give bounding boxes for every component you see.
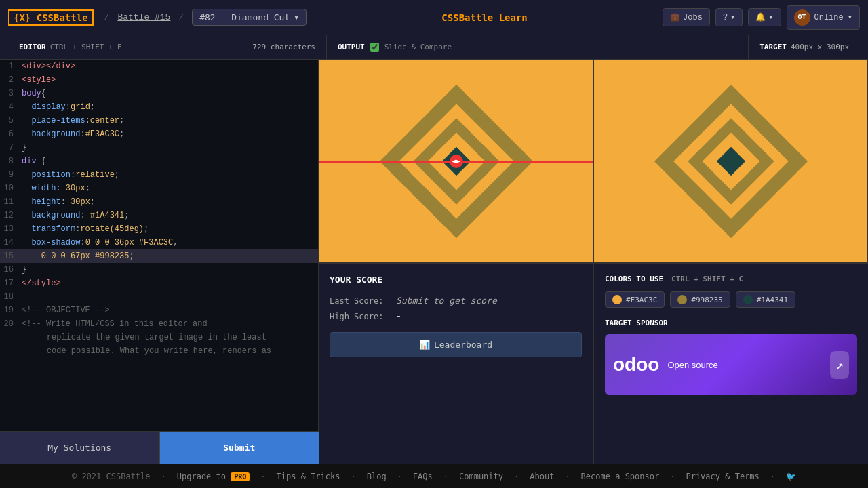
high-score-label: High Score: (330, 312, 391, 321)
leaderboard-button[interactable]: 📊 Leaderboard (330, 332, 582, 357)
footer: © 2021 CSSBattle · Upgrade to PRO · Tips… (0, 464, 868, 488)
bell-icon: 🔔 (755, 12, 766, 22)
briefcase-icon: 💼 (670, 12, 680, 22)
jobs-button[interactable]: 💼 Jobs (663, 8, 710, 26)
community-link[interactable]: Community (459, 472, 503, 481)
tips-link[interactable]: Tips & Tricks (277, 472, 340, 481)
logo[interactable]: {X} CSSBattle (8, 9, 94, 26)
code-line-2: 2 <style> (0, 73, 318, 87)
sponsor-arrow-icon: ↗ (830, 351, 849, 379)
submit-button[interactable]: Submit (160, 432, 319, 464)
pro-badge: PRO (231, 472, 250, 481)
swatch-dot-2 (677, 295, 687, 304)
sponsor-link[interactable]: Become a Sponsor (581, 472, 660, 481)
target-section: TARGET 400px x 300px (749, 35, 860, 59)
target-label: TARGET (760, 43, 787, 52)
upgrade-link[interactable]: Upgrade to PRO (177, 472, 250, 481)
blog-link[interactable]: Blog (367, 472, 387, 481)
odoo-logo: odoo (613, 354, 659, 375)
help-button[interactable]: ? ▾ (715, 8, 743, 26)
swatch-dot-3 (743, 295, 753, 304)
nav-right: 💼 Jobs ? ▾ 🔔 ▾ OT Online ▾ (663, 5, 860, 30)
color-swatch-1[interactable]: #F3AC3C (605, 291, 665, 308)
code-line-20: 20 <!-- Write HTML/CSS in this editor an… (0, 317, 318, 331)
colors-sponsor-section: COLORS TO USE CTRL + SHIFT + C #F3AC3C #… (593, 264, 868, 464)
target-dimensions: 400px x 300px (791, 43, 849, 52)
code-line-4: 4 display:grid; (0, 100, 318, 114)
my-solutions-button[interactable]: My Solutions (0, 432, 160, 464)
battle-link[interactable]: Battle #15 (117, 12, 170, 22)
sponsor-tagline: Open source (667, 360, 717, 370)
chevron-icon3: ▾ (848, 12, 852, 22)
code-line-extra2: code possible. What you write here, rend… (0, 344, 318, 358)
char-count: 729 characters (252, 43, 315, 52)
code-line-17: 17 </style> (0, 277, 318, 290)
code-line-9: 9 position:relative; (0, 168, 318, 182)
code-line-8: 8 div { (0, 155, 318, 168)
code-line-3: 3 body{ (0, 87, 318, 100)
about-link[interactable]: About (530, 472, 554, 481)
bottom-area: YOUR SCORE Last Score: Submit to get sco… (319, 263, 868, 464)
output-label: OUTPUT (338, 43, 365, 52)
copyright: © 2021 CSSBattle (72, 472, 151, 481)
code-line-7: 7 } (0, 141, 318, 155)
battle-dropdown-label: #82 - Diamond Cut (199, 12, 290, 22)
slide-compare-checkbox[interactable] (370, 43, 379, 52)
notification-button[interactable]: 🔔 ▾ (748, 8, 781, 26)
code-line-18: 18 (0, 290, 318, 304)
swatch-label-3: #1A4341 (757, 296, 788, 304)
code-line-11: 11 height: 30px; (0, 195, 318, 209)
main-content: 1 <div></div> 2 <style> 3 body{ 4 displa… (0, 60, 868, 464)
output-section: OUTPUT Slide & Compare (327, 35, 749, 59)
chart-icon: 📊 (419, 340, 430, 350)
output-panel: ◀▶ (319, 60, 593, 263)
score-title: YOUR SCORE (330, 274, 582, 285)
swatch-label-2: #998235 (691, 296, 722, 304)
code-line-12: 12 background: #1A4341; (0, 209, 318, 222)
sep1: / (104, 12, 110, 22)
color-swatches: #F3AC3C #998235 #1A4341 (605, 291, 857, 308)
privacy-link[interactable]: Privacy & Terms (686, 472, 759, 481)
code-line-extra: replicate the given target image in the … (0, 331, 318, 344)
help-label: ? (723, 13, 728, 22)
editor-toolbar: EDITOR CTRL + SHIFT + E 729 characters O… (0, 35, 868, 60)
last-score-row: Last Score: Submit to get score (330, 296, 582, 306)
code-line-15: 15 0 0 0 67px #998235; (0, 249, 318, 263)
target-diamond-bg (594, 60, 867, 262)
sponsor-banner[interactable]: odoo Open source ↗ (605, 334, 857, 395)
leaderboard-label: Leaderboard (434, 340, 492, 350)
twitter-icon[interactable]: 🐦 (786, 472, 796, 481)
swatch-dot-1 (612, 295, 622, 304)
chevron-icon: ▾ (730, 12, 735, 22)
online-label: Online (814, 13, 844, 22)
editor-section: EDITOR CTRL + SHIFT + E 729 characters (8, 35, 327, 59)
sponsor-title: TARGET SPONSOR (605, 319, 857, 327)
slide-handle[interactable]: ◀▶ (450, 155, 463, 168)
slide-compare-label: Slide & Compare (384, 43, 452, 52)
bottom-buttons: My Solutions Submit (0, 431, 319, 464)
code-line-6: 6 background:#F3AC3C; (0, 127, 318, 141)
code-line-1: 1 <div></div> (0, 60, 318, 73)
editor-label: EDITOR (19, 43, 46, 52)
sep2: / (178, 12, 184, 22)
color-swatch-3[interactable]: #1A4341 (736, 291, 795, 308)
learn-link[interactable]: CSSBattle Learn (441, 12, 527, 23)
faqs-link[interactable]: FAQs (413, 472, 433, 481)
preview-area: ◀▶ YOUR SCORE (319, 60, 868, 464)
battle-dropdown[interactable]: #82 - Diamond Cut ▾ (192, 9, 307, 26)
chevron-down-icon: ▾ (294, 12, 299, 22)
target-panel (593, 60, 868, 263)
high-score-row: High Score: - (330, 311, 582, 321)
last-score-label: Last Score: (330, 296, 391, 306)
code-line-10: 10 width: 30px; (0, 182, 318, 195)
score-section: YOUR SCORE Last Score: Submit to get sco… (319, 264, 593, 464)
code-line-16: 16 } (0, 263, 318, 277)
color-swatch-2[interactable]: #998235 (670, 291, 730, 308)
colors-title: COLORS TO USE CTRL + SHIFT + C (605, 274, 857, 283)
preview-panels: ◀▶ (319, 60, 868, 263)
code-editor[interactable]: 1 <div></div> 2 <style> 3 body{ 4 displa… (0, 60, 319, 464)
online-button[interactable]: OT Online ▾ (787, 5, 860, 30)
swatch-label-1: #F3AC3C (626, 296, 657, 304)
chevron-icon2: ▾ (768, 12, 773, 22)
high-score-value: - (396, 311, 401, 321)
